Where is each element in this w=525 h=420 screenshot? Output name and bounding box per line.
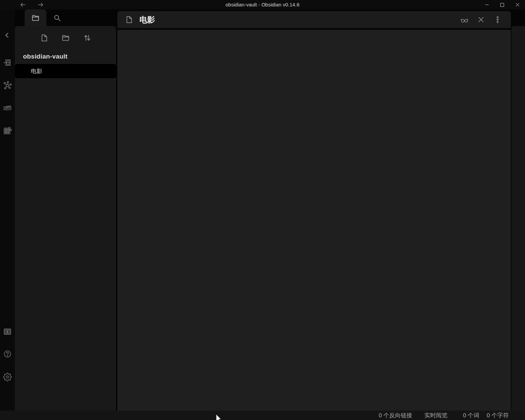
vault-switcher-icon [3,327,12,336]
editor-header: 电影 [117,11,511,28]
blocks-grid-icon [3,126,12,135]
close-pane-button[interactable] [477,15,485,24]
tab-search[interactable] [46,9,68,26]
new-folder-button[interactable] [61,33,70,43]
arrow-left-icon [19,1,27,8]
window-controls [479,0,525,9]
flying-card-icon [3,104,12,112]
graph-view-icon [3,81,12,90]
history-forward-button[interactable] [36,0,45,9]
collapse-right-sidebar-button[interactable] [2,31,11,40]
new-note-button[interactable] [39,33,49,43]
reading-mode-button[interactable] [460,15,469,24]
maximize-button[interactable] [495,0,510,9]
explorer-toolbar [15,26,116,43]
editor-content[interactable] [117,30,511,411]
open-vault-button[interactable] [3,327,12,336]
minimize-button[interactable] [479,0,495,9]
workspace: obsidian-vault 电影 电影 [0,9,525,411]
vault-title: obsidian-vault [23,53,116,60]
close-window-button[interactable] [510,0,525,9]
arrow-right-icon [37,1,44,8]
word-count: 0 个词 [463,412,479,419]
settings-button[interactable] [3,373,12,381]
quick-switcher-icon [3,58,12,67]
maximize-icon [499,2,505,8]
minimize-icon [484,2,490,8]
editor-actions [460,15,502,24]
close-icon [515,2,521,8]
document-icon [124,15,133,24]
character-count: 0 个字符 [487,412,509,419]
file-explorer-body: obsidian-vault 电影 [15,26,116,411]
close-icon [477,15,485,24]
editor-panel: 电影 [117,9,511,411]
flying-card-button[interactable] [3,104,12,112]
left-ribbon [0,9,15,411]
titlebar: obsidian-vault - Obsidian v0.14.6 [0,0,525,9]
new-note-icon [40,34,48,42]
more-options-kebab-icon [493,15,502,24]
sidebar-tabs [15,9,116,26]
statusbar: 0 个反向链接 实时阅览 0 个词 0 个字符 [0,411,525,420]
history-back-button[interactable] [18,0,28,9]
reading-mode-glasses-icon [460,15,469,24]
quick-switcher-button[interactable] [3,58,12,67]
more-options-button[interactable] [493,15,502,24]
tab-file-explorer[interactable] [25,9,46,26]
backlinks-count[interactable]: 0 个反向链接 [379,412,412,419]
right-ribbon [511,26,525,411]
chevron-left-icon [3,31,10,39]
settings-gear-icon [3,373,12,381]
help-icon [3,350,12,358]
folder-icon [31,14,40,22]
blocks-grid-button[interactable] [3,126,12,135]
new-folder-icon [61,34,70,42]
search-icon [53,14,62,22]
window-title: obsidian-vault - Obsidian v0.14.6 [0,0,525,9]
help-button[interactable] [3,350,12,358]
sort-order-button[interactable] [83,33,92,43]
sort-order-icon [83,34,92,42]
file-explorer-panel: obsidian-vault 电影 [15,9,116,411]
note-title: 电影 [139,15,155,25]
live-preview-toggle[interactable]: 实时阅览 [425,412,448,419]
file-item-selected[interactable]: 电影 [15,64,116,78]
graph-view-button[interactable] [3,81,12,90]
